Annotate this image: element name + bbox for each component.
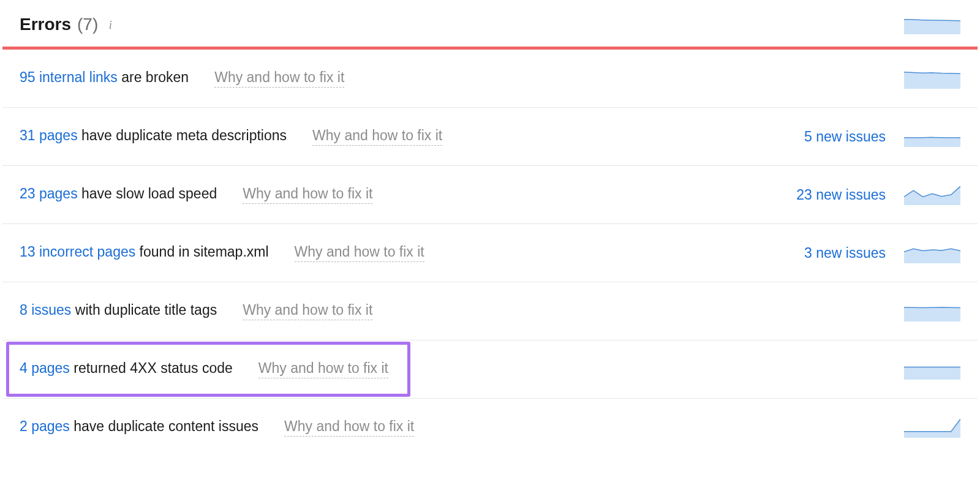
- issue-count-link[interactable]: 8 issues: [20, 302, 71, 318]
- issue-text: 8 issues with duplicate title tags: [20, 302, 217, 318]
- errors-panel: Errors (7) i 95 internal links are broke…: [0, 0, 980, 456]
- errors-count: (7): [77, 15, 98, 34]
- why-and-how-link[interactable]: Why and how to fix it: [312, 127, 442, 146]
- issue-text: 23 pages have slow load speed: [20, 186, 217, 202]
- issue-count-link[interactable]: 2 pages: [20, 418, 70, 434]
- error-row: 31 pages have duplicate meta description…: [2, 108, 978, 166]
- row-right: [904, 301, 960, 321]
- error-row: 13 incorrect pages found in sitemap.xmlW…: [2, 224, 978, 282]
- row-main: 31 pages have duplicate meta description…: [20, 127, 804, 146]
- issue-description: with duplicate title tags: [71, 302, 217, 318]
- row-right: 3 new issues: [804, 242, 960, 263]
- row-main: 95 internal links are brokenWhy and how …: [20, 69, 904, 88]
- issue-count-link[interactable]: 13 incorrect pages: [20, 244, 135, 260]
- issue-text: 2 pages have duplicate content issues: [20, 418, 258, 435]
- issue-description: have duplicate content issues: [70, 418, 258, 434]
- row-right: 5 new issues: [804, 126, 960, 147]
- row-main: 13 incorrect pages found in sitemap.xmlW…: [20, 244, 804, 262]
- row-sparkline: [904, 68, 960, 89]
- header-title-group: Errors (7) i: [20, 15, 116, 34]
- errors-list: 95 internal links are brokenWhy and how …: [2, 50, 978, 456]
- why-and-how-link[interactable]: Why and how to fix it: [243, 302, 372, 320]
- row-sparkline: [904, 301, 960, 321]
- issue-count-link[interactable]: 4 pages: [20, 360, 70, 376]
- header-sparkline: [904, 15, 960, 34]
- issue-description: are broken: [118, 69, 189, 85]
- error-row: 23 pages have slow load speedWhy and how…: [2, 166, 978, 224]
- new-issues-link[interactable]: 23 new issues: [796, 187, 886, 203]
- row-sparkline: [904, 184, 960, 205]
- why-and-how-link[interactable]: Why and how to fix it: [243, 186, 372, 204]
- row-sparkline: [904, 417, 960, 438]
- why-and-how-link[interactable]: Why and how to fix it: [284, 418, 414, 437]
- issue-description: have slow load speed: [78, 186, 217, 201]
- row-right: [904, 359, 960, 380]
- issue-count-link[interactable]: 95 internal links: [20, 69, 118, 85]
- row-sparkline: [904, 242, 960, 263]
- error-row: 2 pages have duplicate content issuesWhy…: [2, 399, 978, 456]
- why-and-how-link[interactable]: Why and how to fix it: [295, 244, 424, 262]
- row-main: 8 issues with duplicate title tagsWhy an…: [20, 302, 904, 320]
- issue-text: 13 incorrect pages found in sitemap.xml: [20, 244, 269, 260]
- error-row: 4 pages returned 4XX status codeWhy and …: [2, 340, 978, 399]
- why-and-how-link[interactable]: Why and how to fix it: [214, 69, 344, 88]
- row-right: [904, 417, 960, 438]
- issue-text: 4 pages returned 4XX status code: [20, 360, 233, 377]
- info-icon[interactable]: i: [104, 20, 116, 32]
- row-main: 2 pages have duplicate content issuesWhy…: [20, 418, 904, 437]
- row-right: 23 new issues: [796, 184, 960, 205]
- why-and-how-link[interactable]: Why and how to fix it: [258, 360, 388, 378]
- issue-description: found in sitemap.xml: [135, 244, 268, 260]
- row-sparkline: [904, 126, 960, 147]
- issue-text: 95 internal links are broken: [20, 69, 189, 86]
- new-issues-link[interactable]: 5 new issues: [804, 129, 886, 145]
- row-main: 23 pages have slow load speedWhy and how…: [20, 186, 796, 204]
- row-right: [904, 68, 960, 89]
- row-sparkline: [904, 359, 960, 380]
- issue-description: returned 4XX status code: [70, 360, 233, 376]
- issue-text: 31 pages have duplicate meta description…: [20, 127, 287, 144]
- new-issues-link[interactable]: 3 new issues: [804, 245, 886, 261]
- error-row: 8 issues with duplicate title tagsWhy an…: [2, 282, 978, 340]
- errors-header: Errors (7) i: [2, 0, 978, 47]
- error-row: 95 internal links are brokenWhy and how …: [2, 50, 978, 108]
- row-main: 4 pages returned 4XX status codeWhy and …: [20, 360, 904, 378]
- issue-description: have duplicate meta descriptions: [78, 127, 287, 143]
- issue-count-link[interactable]: 23 pages: [20, 186, 78, 201]
- issue-count-link[interactable]: 31 pages: [20, 127, 78, 143]
- errors-title: Errors: [20, 15, 71, 34]
